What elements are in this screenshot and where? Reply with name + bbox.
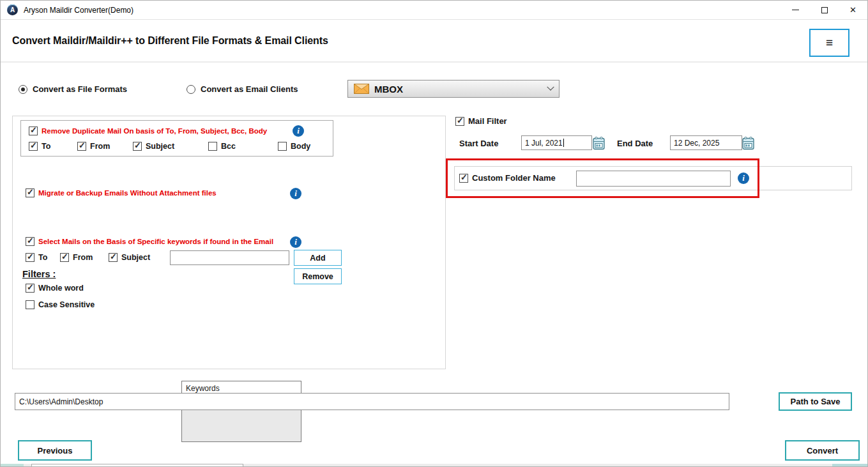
checkbox-icon bbox=[133, 142, 142, 151]
app-logo-icon: A bbox=[7, 4, 18, 15]
keywords-info-icon[interactable]: i bbox=[290, 236, 301, 248]
whole-word-checkbox[interactable]: Whole word bbox=[26, 284, 84, 293]
end-date-calendar-button[interactable] bbox=[742, 135, 755, 150]
dedupe-option-to[interactable]: To bbox=[29, 142, 50, 151]
checkbox-icon bbox=[60, 253, 69, 262]
start-date-label: Start Date bbox=[459, 139, 498, 148]
radio-label: Convert as File Formats bbox=[33, 84, 127, 94]
calendar-icon bbox=[742, 136, 755, 150]
remove-keyword-button[interactable]: Remove bbox=[294, 268, 342, 284]
radio-convert-email-clients[interactable]: Convert as Email Clients bbox=[187, 84, 298, 94]
option-label: To bbox=[38, 253, 47, 262]
menu-button[interactable]: ≡ bbox=[809, 29, 849, 57]
keywords-label: Select Mails on the Basis of Specific ke… bbox=[38, 238, 273, 245]
keywords-option-subject[interactable]: Subject bbox=[109, 253, 150, 262]
radio-icon bbox=[19, 85, 27, 94]
progress-bar bbox=[31, 464, 243, 467]
start-date-input[interactable]: 1 Jul, 2021 bbox=[521, 135, 592, 150]
radio-convert-file-formats[interactable]: Convert as File Formats bbox=[19, 84, 127, 94]
checkbox-icon bbox=[29, 142, 38, 151]
minimize-button[interactable] bbox=[781, 1, 810, 19]
option-label: From bbox=[90, 142, 110, 151]
chevron-down-icon bbox=[547, 84, 554, 91]
custom-folder-checkbox[interactable]: Custom Folder Name bbox=[459, 173, 556, 183]
custom-folder-input[interactable] bbox=[576, 171, 731, 187]
save-path-input[interactable] bbox=[15, 393, 729, 410]
keywords-option-from[interactable]: From bbox=[60, 253, 93, 262]
maximize-button[interactable] bbox=[810, 1, 839, 19]
close-button[interactable]: ✕ bbox=[839, 1, 867, 19]
attachments-info-icon[interactable]: i bbox=[290, 188, 301, 199]
dedupe-option-from[interactable]: From bbox=[77, 142, 110, 151]
options-panel: Remove Duplicate Mail On basis of To, Fr… bbox=[12, 116, 446, 369]
checkbox-icon bbox=[455, 117, 464, 126]
option-label: Subject bbox=[146, 142, 174, 151]
checkbox-icon bbox=[459, 174, 468, 183]
checkbox-icon bbox=[26, 300, 34, 309]
maximize-icon bbox=[821, 7, 828, 13]
checkbox-icon bbox=[26, 253, 34, 262]
previous-button[interactable]: Previous bbox=[18, 440, 92, 461]
radio-icon bbox=[187, 85, 195, 94]
custom-folder-row: Custom Folder Name i bbox=[454, 166, 852, 190]
attachments-checkbox[interactable]: Migrate or Backup Emails Without Attachm… bbox=[26, 188, 217, 197]
checkbox-icon bbox=[208, 142, 217, 151]
end-date-input[interactable]: 12 Dec, 2025 bbox=[670, 135, 742, 150]
filters-title: Filters : bbox=[22, 269, 56, 279]
case-sensitive-checkbox[interactable]: Case Sensitive bbox=[26, 300, 95, 309]
keyword-input[interactable] bbox=[170, 250, 289, 265]
dedupe-info-icon[interactable]: i bbox=[293, 125, 304, 137]
titlebar: A Aryson Maildir Converter(Demo) ✕ bbox=[1, 1, 867, 20]
attachments-label: Migrate or Backup Emails Without Attachm… bbox=[38, 189, 217, 197]
checkbox-icon bbox=[77, 142, 86, 151]
whole-word-label: Whole word bbox=[38, 284, 84, 293]
close-icon: ✕ bbox=[849, 6, 857, 14]
dedupe-checkbox[interactable]: Remove Duplicate Mail On basis of To, Fr… bbox=[29, 126, 267, 135]
format-dropdown[interactable]: MBOX bbox=[347, 80, 560, 98]
page-title: Convert Maildir/Maildir++ to Different F… bbox=[12, 35, 328, 47]
option-label: From bbox=[73, 253, 93, 262]
checkbox-icon bbox=[26, 237, 34, 246]
end-date-label: End Date bbox=[617, 139, 653, 148]
dedupe-option-body[interactable]: Body bbox=[278, 142, 310, 151]
custom-folder-info-icon[interactable]: i bbox=[738, 172, 749, 184]
header: Convert Maildir/Maildir++ to Different F… bbox=[1, 20, 867, 63]
minimize-icon bbox=[792, 10, 799, 10]
keywords-checkbox[interactable]: Select Mails on the Basis of Specific ke… bbox=[26, 237, 273, 246]
start-date-value: 1 Jul, 2021 bbox=[525, 139, 563, 148]
mbox-envelope-icon bbox=[354, 84, 369, 94]
status-strip-right-accent bbox=[832, 464, 868, 467]
calendar-icon bbox=[593, 136, 605, 150]
window-title: Aryson Maildir Converter(Demo) bbox=[24, 6, 133, 15]
checkbox-icon bbox=[26, 284, 34, 293]
keywords-list[interactable]: Keywords bbox=[181, 381, 301, 442]
dedupe-label: Remove Duplicate Mail On basis of To, Fr… bbox=[42, 127, 267, 135]
keywords-option-to[interactable]: To bbox=[26, 253, 47, 262]
checkbox-icon bbox=[278, 142, 287, 151]
hamburger-icon: ≡ bbox=[826, 36, 833, 50]
custom-folder-label: Custom Folder Name bbox=[472, 173, 556, 183]
checkbox-icon bbox=[29, 126, 38, 135]
start-date-calendar-button[interactable] bbox=[593, 135, 605, 150]
option-label: Body bbox=[291, 142, 310, 151]
window-controls: ✕ bbox=[781, 1, 867, 19]
text-cursor bbox=[563, 139, 564, 147]
mail-filter-checkbox[interactable]: Mail Filter bbox=[455, 116, 507, 126]
dedupe-option-subject[interactable]: Subject bbox=[133, 142, 174, 151]
mail-filter-label: Mail Filter bbox=[468, 116, 507, 126]
option-label: Subject bbox=[121, 253, 150, 262]
add-keyword-button[interactable]: Add bbox=[294, 250, 342, 266]
format-dropdown-value: MBOX bbox=[374, 84, 403, 95]
convert-button[interactable]: Convert bbox=[785, 440, 860, 461]
option-label: To bbox=[42, 142, 50, 151]
case-sensitive-label: Case Sensitive bbox=[38, 300, 95, 309]
status-strip-left-accent bbox=[1, 464, 24, 467]
dedupe-group: Remove Duplicate Mail On basis of To, Fr… bbox=[20, 120, 333, 157]
app-window: A Aryson Maildir Converter(Demo) ✕ Conve… bbox=[0, 0, 868, 467]
option-label: Bcc bbox=[221, 142, 236, 151]
path-to-save-button[interactable]: Path to Save bbox=[779, 392, 852, 411]
dedupe-option-bcc[interactable]: Bcc bbox=[208, 142, 236, 151]
checkbox-icon bbox=[26, 188, 34, 197]
checkbox-icon bbox=[109, 253, 118, 262]
end-date-value: 12 Dec, 2025 bbox=[674, 139, 719, 148]
